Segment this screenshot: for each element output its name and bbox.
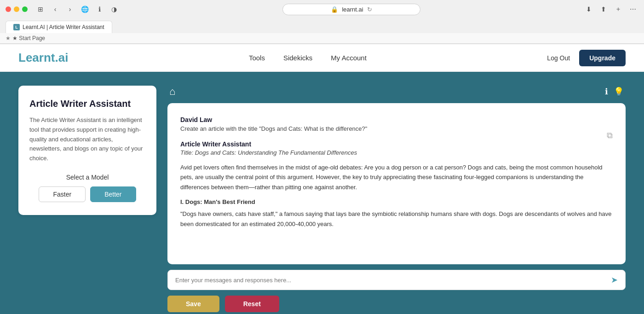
info-icon: ℹ (605, 87, 608, 96)
logout-link[interactable]: Log Out (547, 54, 570, 62)
bottom-action-buttons: Save Reset (167, 296, 626, 312)
extension-icon-2[interactable]: ℹ (94, 4, 105, 15)
browser-nav-icons: ⊞ ‹ › (35, 4, 75, 15)
nav: Learnt.ai Tools Sidekicks My Account Log… (0, 44, 644, 72)
copy-icon: ⧉ (607, 131, 613, 140)
reload-icon: ↻ (367, 6, 372, 13)
chat-topbar: ⌂ ℹ 💡 (167, 86, 626, 98)
message-input[interactable] (175, 277, 606, 284)
nav-tools[interactable]: Tools (249, 54, 265, 62)
grid-icon[interactable]: ⊞ (35, 4, 46, 15)
share-icon[interactable]: ⬆ (598, 4, 609, 15)
nav-links: Tools Sidekicks My Account (249, 54, 367, 62)
nav-logo: Learnt.ai (18, 51, 68, 65)
user-message: Create an article with the title "Dogs a… (180, 125, 613, 132)
more-icon[interactable]: ⋯ (627, 4, 638, 15)
tab-label: Learnt.AI | Article Writer Assistant (23, 24, 104, 30)
browser-right-icons: ⬇ ⬆ ＋ ⋯ (583, 4, 638, 15)
section1-body: "Dogs have owners, cats have staff," a f… (180, 209, 613, 229)
send-icon: ➤ (611, 275, 618, 285)
minimize-window-btn[interactable] (14, 6, 19, 12)
send-button[interactable]: ➤ (611, 275, 618, 285)
browser-extension-icons: 🌐 ℹ ◑ (79, 4, 120, 15)
back-btn[interactable]: ‹ (50, 4, 61, 15)
download-icon[interactable]: ⬇ (583, 4, 594, 15)
section1-title: I. Dogs: Man's Best Friend (180, 198, 613, 205)
browser-chrome: ⊞ ‹ › 🌐 ℹ ◑ 🔒 learnt.ai ↻ ⬇ ⬆ ＋ ⋯ L Lear… (0, 0, 644, 44)
better-model-btn[interactable]: Better (90, 186, 136, 202)
copy-button[interactable]: ⧉ (607, 131, 613, 140)
tab-favicon: L (13, 24, 20, 30)
logo-accent: .ai (55, 51, 68, 64)
close-window-btn[interactable] (6, 6, 11, 12)
assistant-subtitle: Title: Dogs and Cats: Understanding The … (180, 149, 613, 156)
bulb-icon: 💡 (614, 87, 624, 96)
address-bar-area: 🔒 learnt.ai ↻ (123, 4, 580, 15)
message-input-area: ➤ (167, 270, 626, 290)
nav-sidekicks[interactable]: Sidekicks (283, 54, 312, 62)
app-wrapper: Learnt.ai Tools Sidekicks My Account Log… (0, 44, 644, 313)
star-icon: ★ (6, 35, 11, 41)
maximize-window-btn[interactable] (22, 6, 28, 12)
nav-actions: Log Out Upgrade (547, 50, 626, 66)
save-button[interactable]: Save (167, 296, 219, 312)
user-name: David Law (180, 116, 613, 123)
new-tab-icon[interactable]: ＋ (613, 4, 624, 15)
reset-button[interactable]: Reset (225, 296, 279, 312)
main-content: Article Writer Assistant The Article Wri… (0, 72, 644, 314)
extension-icon-1[interactable]: 🌐 (79, 4, 90, 15)
bookmark-label: ★ Start Page (12, 35, 45, 41)
bulb-icon-btn[interactable]: 💡 (614, 87, 624, 97)
forward-btn[interactable]: › (64, 4, 75, 15)
browser-toolbar: ⊞ ‹ › 🌐 ℹ ◑ 🔒 learnt.ai ↻ ⬇ ⬆ ＋ ⋯ (0, 0, 644, 18)
assistant-name: Article Writer Assistant (180, 140, 613, 148)
extension-icon-3[interactable]: ◑ (109, 4, 120, 15)
chat-box: David Law Create an article with the tit… (167, 103, 626, 264)
nav-my-account[interactable]: My Account (331, 54, 367, 62)
window-controls (6, 6, 28, 12)
bookmark-bar: ★ ★ Start Page (0, 33, 644, 44)
sidebar-description: The Article Writer Assistant is an intel… (29, 116, 145, 163)
chat-top-icons: ℹ 💡 (605, 87, 624, 97)
url-text: learnt.ai (342, 6, 363, 13)
info-icon-btn[interactable]: ℹ (605, 87, 608, 97)
home-icon: ⌂ (169, 86, 175, 97)
model-buttons: Faster Better (29, 186, 145, 202)
home-button[interactable]: ⌂ (169, 86, 175, 98)
address-bar[interactable]: 🔒 learnt.ai ↻ (282, 4, 420, 15)
upgrade-button[interactable]: Upgrade (579, 50, 626, 66)
chat-area: ⌂ ℹ 💡 David Law Create an article with t… (167, 86, 626, 312)
active-tab[interactable]: L Learnt.AI | Article Writer Assistant (6, 21, 112, 33)
model-select-label: Select a Model (29, 174, 145, 181)
lock-icon: 🔒 (331, 6, 338, 13)
faster-model-btn[interactable]: Faster (39, 186, 86, 202)
sidebar-card: Article Writer Assistant The Article Wri… (18, 86, 156, 215)
tab-bar: L Learnt.AI | Article Writer Assistant (0, 18, 644, 33)
intro-paragraph: Avid pet lovers often find themselves in… (180, 163, 613, 192)
sidebar-title: Article Writer Assistant (29, 99, 145, 109)
logo-text: Learnt (18, 51, 55, 64)
